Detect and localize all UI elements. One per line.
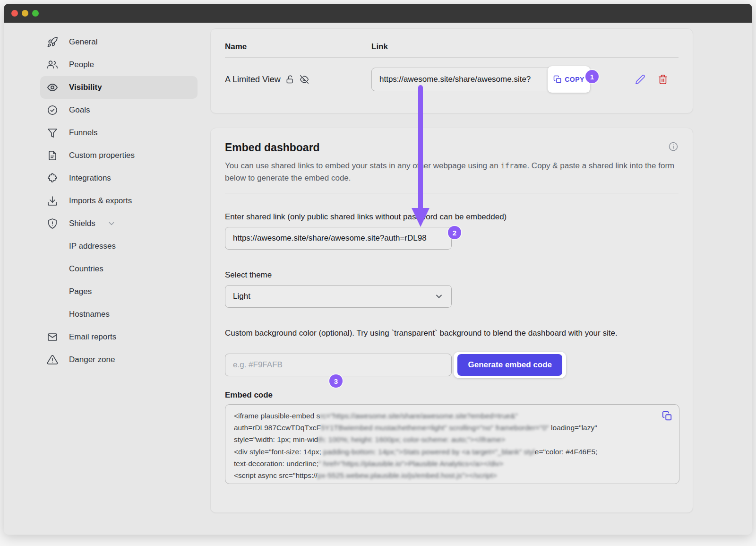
code-text: <iframe plausible-embed s <box>234 412 320 420</box>
code-text: loading="lazy" <box>549 424 597 432</box>
code-text: text-decoration: underline; <box>234 459 318 468</box>
sidebar-item-email-reports[interactable]: Email reports <box>40 326 198 348</box>
column-header-name: Name <box>225 42 371 52</box>
unlock-icon <box>285 75 295 84</box>
main-panel: Name Link A Limited View <box>210 23 693 535</box>
column-header-link: Link <box>371 42 388 52</box>
theme-select-label: Select theme <box>225 270 679 280</box>
code-text: style="width: 1px; min-wid <box>234 435 318 443</box>
shared-link-url-input[interactable] <box>371 68 554 91</box>
copy-link-button[interactable]: COPY <box>548 66 590 93</box>
sidebar-item-label: Email reports <box>69 332 116 342</box>
redacted-text: padding-bottom: 14px;">Stats powered by … <box>321 448 535 456</box>
shared-link-input-label: Enter shared link (only public shared li… <box>225 212 679 222</box>
shared-link-field: COPY <box>371 66 593 93</box>
code-text: <script async src="https:// <box>234 471 318 479</box>
sidebar-item-custom-properties[interactable]: Custom properties <box>40 144 198 167</box>
code-line: <iframe plausible-embed src="https://awe… <box>234 410 660 422</box>
copy-embed-code-icon[interactable] <box>662 411 672 421</box>
sidebar-item-hostnames[interactable]: Hostnames <box>40 303 198 326</box>
close-window-button[interactable] <box>11 10 18 17</box>
shared-links-header: Name Link <box>225 36 679 57</box>
generate-embed-code-button[interactable]: Generate embed code <box>457 354 562 376</box>
sidebar-item-funnels[interactable]: Funnels <box>40 121 198 144</box>
code-line: style="width: 1px; min-width: 100%; heig… <box>234 433 660 445</box>
row-actions <box>635 74 679 85</box>
shield-icon <box>47 218 58 229</box>
embed-card-title: Embed dashboard <box>225 141 320 154</box>
sidebar-item-label: Goals <box>69 105 90 115</box>
sidebar-item-label: Danger zone <box>69 355 115 364</box>
step-badge-2: 2 <box>448 226 461 239</box>
sidebar-item-general[interactable]: General <box>40 31 198 53</box>
embed-card-description: You can use shared links to embed your s… <box>225 160 678 184</box>
users-icon <box>47 59 58 70</box>
check-circle-icon <box>47 104 58 116</box>
sidebar-item-shields[interactable]: Shields <box>40 212 198 235</box>
rocket-icon <box>47 36 58 48</box>
chevron-down-icon <box>107 219 116 228</box>
copy-icon <box>553 75 562 84</box>
minimize-window-button[interactable] <box>22 10 28 17</box>
document-icon <box>47 150 58 161</box>
shared-links-card: Name Link A Limited View <box>210 28 693 113</box>
embed-card-header: Embed dashboard <box>225 141 679 154</box>
step-badge-1: 1 <box>585 70 599 83</box>
sidebar-item-visibility[interactable]: Visibility <box>40 76 198 99</box>
mail-icon <box>47 331 58 343</box>
background-color-input[interactable] <box>225 354 452 376</box>
theme-selected-value: Light <box>233 292 250 301</box>
code-line: auth=rDL987CcwTDqTxcF5Y1TBwiembed mustac… <box>234 422 660 433</box>
sidebar-item-imports-exports[interactable]: Imports & exports <box>40 190 198 212</box>
shared-link-name-cell: A Limited View <box>225 75 371 85</box>
copy-button-label: COPY <box>565 76 584 83</box>
theme-select[interactable]: Light <box>225 285 452 308</box>
sidebar-item-ip-addresses[interactable]: IP addresses <box>40 235 198 258</box>
code-text: e="color: #4F46E5; <box>535 448 598 456</box>
zoom-window-button[interactable] <box>32 10 39 17</box>
sidebar-item-countries[interactable]: Countries <box>40 258 198 280</box>
window-titlebar <box>4 4 752 23</box>
puzzle-icon <box>47 173 58 184</box>
warning-icon <box>47 354 58 365</box>
sidebar-item-people[interactable]: People <box>40 53 198 76</box>
sidebar-item-label: Imports & exports <box>69 196 132 206</box>
description-text: You can use shared links to embed your s… <box>225 161 500 170</box>
redacted-text: " href="https://plausible.io">Plausible … <box>318 459 503 468</box>
delete-icon[interactable] <box>658 74 668 85</box>
shared-link-name: A Limited View <box>225 75 281 85</box>
sidebar-item-label: Custom properties <box>69 151 135 160</box>
sidebar-item-label: Integrations <box>69 173 111 183</box>
eye-off-icon <box>300 75 309 84</box>
settings-sidebar: General People Visibility Goals <box>4 23 210 535</box>
code-line: text-decoration: underline;" href="https… <box>234 458 660 469</box>
embed-dashboard-card: Embed dashboard You can use shared links… <box>210 128 693 513</box>
annotation-arrow-head <box>412 208 430 227</box>
embed-shared-link-input[interactable] <box>225 227 452 250</box>
info-icon[interactable] <box>668 141 679 152</box>
embed-code-label: Embed code <box>225 390 679 400</box>
eye-icon <box>47 82 58 93</box>
download-icon <box>47 195 58 207</box>
sidebar-item-label: General <box>69 37 97 47</box>
sidebar-item-label: People <box>69 60 94 69</box>
code-line: <script async src="https://px-5525.webew… <box>234 469 660 481</box>
shared-link-row: A Limited View <box>225 58 679 101</box>
sidebar-item-label: IP addresses <box>69 242 116 251</box>
redacted-text: th: 100%; height: 1600px; color-scheme: … <box>318 435 505 443</box>
section-divider <box>225 193 679 193</box>
sidebar-item-danger-zone[interactable]: Danger zone <box>40 348 198 371</box>
code-text: <div style="font-size: 14px; <box>234 448 321 456</box>
app-window: General People Visibility Goals <box>4 4 752 535</box>
sidebar-item-label: Funnels <box>69 128 97 138</box>
sidebar-item-pages[interactable]: Pages <box>40 280 198 303</box>
sidebar-item-goals[interactable]: Goals <box>40 99 198 121</box>
page-content: General People Visibility Goals <box>4 23 752 535</box>
redacted-text: px-5525.webew.plausible.io/js/embed.host… <box>318 471 497 479</box>
sidebar-item-integrations[interactable]: Integrations <box>40 167 198 190</box>
embed-code-textarea[interactable]: <iframe plausible-embed src="https://awe… <box>225 404 679 484</box>
edit-icon[interactable] <box>635 74 645 85</box>
generate-button-highlight: Generate embed code <box>454 352 566 378</box>
sidebar-item-label: Hostnames <box>69 310 110 319</box>
chevron-down-icon <box>434 292 444 301</box>
